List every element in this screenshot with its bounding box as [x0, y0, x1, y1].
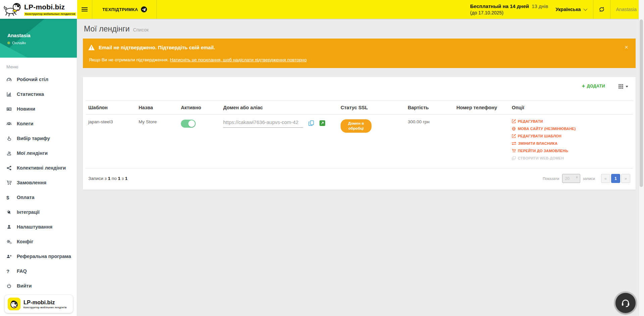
hamburger-menu-icon[interactable]	[77, 0, 92, 19]
resend-confirmation-link[interactable]: Натисніть це посилання, щоб надіслати пі…	[170, 57, 307, 62]
page-size-input[interactable]	[562, 176, 577, 181]
col-header-name: Назва	[136, 101, 178, 115]
refresh-button[interactable]	[593, 0, 610, 19]
cell-template: japan-steel3	[86, 115, 136, 169]
col-header-options: Опції	[509, 101, 633, 115]
tech-support-button[interactable]: ТЕХПІДТРИМКА	[92, 0, 156, 19]
dollar-icon: $	[6, 195, 14, 200]
brand-name: LP-mobi.biz	[24, 3, 76, 10]
sidebar-item-settings[interactable]: Налаштування	[0, 219, 77, 234]
trial-status: Бесплатный на 14 дней13 днів (до 17.10.2…	[470, 3, 548, 16]
yellow-header-bar: ТЕХПІДТРИМКА Бесплатный на 14 дней13 дні…	[77, 0, 644, 19]
dog-mascot-icon	[3, 2, 23, 17]
scrollbar[interactable]	[639, 0, 644, 316]
close-icon[interactable]: ×	[625, 44, 628, 50]
sidebar-item-tariff[interactable]: Вибір тарифу	[0, 131, 77, 146]
edit-icon	[512, 134, 516, 138]
sidebar-item-statistics[interactable]: Статистика	[0, 87, 77, 102]
brand-tagline: Конструктор мобільних лендінгів	[23, 306, 67, 309]
sidebar-item-payment[interactable]: $ Оплата	[0, 190, 77, 205]
records-info: Записи з 1 по 1 з 1	[88, 176, 128, 181]
page-size-select[interactable]: ▲▼	[562, 174, 580, 183]
online-status-icon	[7, 42, 10, 44]
banner-message: Email не підтверджено. Підтвердіть свій …	[99, 45, 215, 50]
language-selector[interactable]: Українська	[555, 7, 586, 12]
headset-icon	[621, 298, 631, 308]
sidebar-item-faq[interactable]: ? FAQ	[0, 264, 77, 278]
ssl-status-badge: Домен в обробці	[341, 119, 371, 133]
language-globe-icon	[512, 127, 516, 131]
sidebar-item-collective-landings[interactable]: Колективні лендінги	[0, 161, 77, 175]
edit-icon	[512, 119, 516, 123]
option-site-language[interactable]: МОВА САЙТУ (НЕЗМІНЮВАНЕ)	[512, 127, 630, 131]
sidebar-item-news[interactable]: Новини	[0, 102, 77, 116]
option-go-to-orders[interactable]: ПЕРЕЙТИ ДО ЗАМОВЛЕНЬ	[512, 149, 630, 153]
sidebar-footer-logo[interactable]: LP-mobi.biz Конструктор мобільних лендін…	[5, 295, 73, 313]
sidebar-item-colleagues[interactable]: Колеги	[0, 116, 77, 131]
col-header-domain: Домен або аліас	[220, 101, 338, 115]
dashboard-icon	[6, 77, 14, 82]
show-label: Показати	[543, 177, 559, 181]
gears-icon	[6, 239, 14, 244]
stack-tray-icon	[6, 151, 14, 156]
col-header-phone: Номер телефону	[454, 101, 509, 115]
main-content: Мої лендінги Список Email не підтверджен…	[77, 19, 639, 316]
cell-phone	[454, 115, 509, 169]
page-subtitle: Список	[133, 27, 149, 33]
chat-widget-button[interactable]	[615, 293, 636, 313]
topbar-username[interactable]: Anastasia	[610, 7, 637, 12]
pagination-page-1[interactable]: 1	[611, 174, 620, 183]
caret-down-icon	[626, 86, 628, 87]
brand-logo[interactable]: LP-mobi.biz Конструктор мобильных лендин…	[0, 0, 77, 19]
pagination-next[interactable]: »	[621, 174, 630, 183]
landings-table: Шаблон Назва Активно Домен або аліас Ста…	[86, 101, 633, 169]
sidebar-item-my-landings[interactable]: Мої лендінги	[0, 146, 77, 161]
clone-icon	[512, 156, 516, 160]
plug-icon	[6, 210, 14, 215]
scrollbar-thumb[interactable]	[640, 19, 643, 187]
sidebar-item-orders[interactable]: Замовлення	[0, 175, 77, 190]
table-row: japan-steel3 My Store	[86, 115, 633, 169]
cell-name: My Store	[136, 115, 178, 169]
open-site-icon[interactable]	[319, 120, 325, 126]
sidebar-item-dashboard[interactable]: Робочий стіл	[0, 72, 77, 87]
sidebar-item-integrations[interactable]: Інтеграції	[0, 205, 77, 219]
brand-tagline: Конструктор мобильных лендингов	[24, 12, 76, 16]
brand-name: LP-mobi.biz	[23, 299, 67, 305]
sidebar-item-logout[interactable]: Вийти	[0, 278, 77, 293]
col-header-ssl: Статус SSL	[338, 101, 405, 115]
active-toggle[interactable]	[181, 120, 196, 128]
table-grid-icon	[618, 84, 623, 89]
newspaper-icon	[6, 107, 14, 112]
pagination-prev[interactable]: «	[601, 174, 610, 183]
page-title: Мої лендінги	[84, 24, 130, 34]
hand-pointer-icon	[6, 136, 14, 141]
banner-line2: Якщо Ви не отримали підтвердження.	[89, 57, 170, 62]
user-plus-icon	[6, 254, 14, 259]
option-edit[interactable]: РЕДАГУВАТИ	[512, 119, 630, 123]
warning-triangle-icon	[88, 45, 95, 50]
cell-price: 300.00 грн	[405, 115, 454, 169]
cart-icon	[512, 149, 516, 153]
col-header-price: Вартість	[405, 101, 454, 115]
column-settings-button[interactable]	[618, 83, 628, 89]
pagination: « 1 »	[601, 174, 630, 183]
option-edit-template[interactable]: РЕДАГУВАТИ ШАБЛОН	[512, 134, 630, 138]
option-create-web-domain: СТВОРИТИ WEB-ДОМЕН	[512, 156, 630, 160]
copy-icon[interactable]	[308, 120, 314, 126]
sidebar-username: Anastasia	[7, 33, 31, 38]
sidebar-item-referral[interactable]: Реферальна програма	[0, 249, 77, 264]
domain-input[interactable]	[223, 119, 303, 128]
entries-label: записи	[583, 177, 595, 181]
add-button[interactable]: + ДОДАТИ	[582, 83, 605, 88]
user-icon	[6, 225, 14, 230]
bar-chart-icon	[6, 92, 14, 97]
question-icon: ?	[6, 268, 14, 274]
option-change-owner[interactable]: ЗМІНИТИ ВЛАСНИКА	[512, 141, 630, 145]
dog-mascot-icon	[8, 298, 20, 310]
menu-section-label: Меню	[0, 58, 77, 72]
email-warning-banner: Email не підтверджено. Підтвердіть свій …	[83, 39, 636, 68]
telegram-icon	[141, 6, 147, 12]
online-status-label: Онлайн	[12, 41, 26, 45]
sidebar-item-config[interactable]: Конфіг	[0, 234, 77, 249]
